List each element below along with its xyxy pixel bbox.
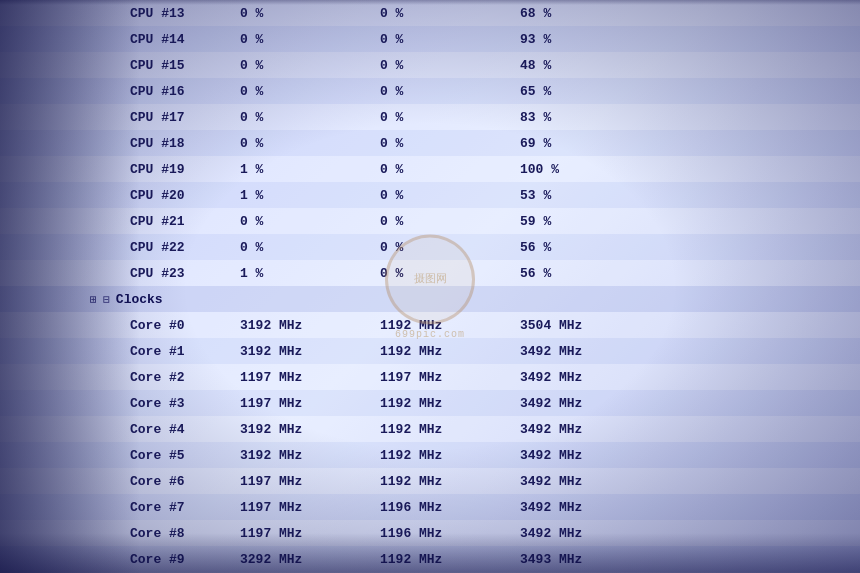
core-val1: 3192 MHz bbox=[240, 448, 380, 463]
watermark: 摄图网 699pic.com bbox=[385, 234, 475, 339]
table-row: Core #4 3192 MHz 1192 MHz 3492 MHz bbox=[0, 416, 860, 442]
watermark-inner: 摄图网 bbox=[414, 272, 447, 286]
core-val3: 3504 MHz bbox=[520, 318, 640, 333]
core-label: Core #1 bbox=[130, 344, 240, 359]
table-row: Core #1 3192 MHz 1192 MHz 3492 MHz bbox=[0, 338, 860, 364]
table-row: Core #6 1197 MHz 1192 MHz 3492 MHz bbox=[0, 468, 860, 494]
cpu-val3: 65 % bbox=[520, 84, 640, 99]
cpu-label: CPU #21 bbox=[130, 214, 240, 229]
core-val1: 1197 MHz bbox=[240, 396, 380, 411]
cpu-val3: 53 % bbox=[520, 188, 640, 203]
table-row: CPU #15 0 % 0 % 48 % bbox=[0, 52, 860, 78]
core-val1: 3192 MHz bbox=[240, 344, 380, 359]
watermark-site: 摄图网 bbox=[414, 272, 447, 286]
core-val2: 1196 MHz bbox=[380, 500, 520, 515]
core-val2: 1192 MHz bbox=[380, 474, 520, 489]
cpu-label: CPU #17 bbox=[130, 110, 240, 125]
cpu-val1: 0 % bbox=[240, 136, 380, 151]
core-label: Core #2 bbox=[130, 370, 240, 385]
cpu-label: CPU #20 bbox=[130, 188, 240, 203]
core-val1: 3192 MHz bbox=[240, 318, 380, 333]
cpu-label: CPU #16 bbox=[130, 84, 240, 99]
cpu-label: CPU #14 bbox=[130, 32, 240, 47]
cpu-val2: 0 % bbox=[380, 32, 520, 47]
cpu-val1: 1 % bbox=[240, 162, 380, 177]
table-row: CPU #20 1 % 0 % 53 % bbox=[0, 182, 860, 208]
cpu-val2: 0 % bbox=[380, 136, 520, 151]
table-row: CPU #17 0 % 0 % 83 % bbox=[0, 104, 860, 130]
cpu-val2: 0 % bbox=[380, 162, 520, 177]
cpu-label: CPU #19 bbox=[130, 162, 240, 177]
core-val3: 3492 MHz bbox=[520, 344, 640, 359]
cpu-val3: 68 % bbox=[520, 6, 640, 21]
core-val3: 3492 MHz bbox=[520, 370, 640, 385]
core-val3: 3492 MHz bbox=[520, 500, 640, 515]
cpu-val3: 59 % bbox=[520, 214, 640, 229]
core-val3: 3492 MHz bbox=[520, 448, 640, 463]
core-label: Core #0 bbox=[130, 318, 240, 333]
core-label: Core #5 bbox=[130, 448, 240, 463]
screen: CPU #13 0 % 0 % 68 % CPU #14 0 % 0 % 93 … bbox=[0, 0, 860, 573]
core-label: Core #3 bbox=[130, 396, 240, 411]
cpu-val2: 0 % bbox=[380, 6, 520, 21]
core-val2: 1192 MHz bbox=[380, 396, 520, 411]
core-label: Core #6 bbox=[130, 474, 240, 489]
cpu-val1: 0 % bbox=[240, 110, 380, 125]
cpu-val1: 0 % bbox=[240, 32, 380, 47]
table-row: Core #5 3192 MHz 1192 MHz 3492 MHz bbox=[0, 442, 860, 468]
table-row: CPU #14 0 % 0 % 93 % bbox=[0, 26, 860, 52]
core-val3: 3492 MHz bbox=[520, 396, 640, 411]
table-row: CPU #19 1 % 0 % 100 % bbox=[0, 156, 860, 182]
table-row: Core #7 1197 MHz 1196 MHz 3492 MHz bbox=[0, 494, 860, 520]
cpu-label: CPU #22 bbox=[130, 240, 240, 255]
cpu-val2: 0 % bbox=[380, 188, 520, 203]
core-val2: 1192 MHz bbox=[380, 448, 520, 463]
table-row: CPU #16 0 % 0 % 65 % bbox=[0, 78, 860, 104]
core-val3: 3492 MHz bbox=[520, 422, 640, 437]
cpu-val2: 0 % bbox=[380, 84, 520, 99]
cpu-val2: 0 % bbox=[380, 214, 520, 229]
cpu-val1: 0 % bbox=[240, 58, 380, 73]
table-row: CPU #18 0 % 0 % 69 % bbox=[0, 130, 860, 156]
cpu-label: CPU #15 bbox=[130, 58, 240, 73]
core-val1: 1197 MHz bbox=[240, 500, 380, 515]
cpu-val1: 0 % bbox=[240, 84, 380, 99]
table-row: Core #2 1197 MHz 1197 MHz 3492 MHz bbox=[0, 364, 860, 390]
cpu-val3: 69 % bbox=[520, 136, 640, 151]
cpu-label: CPU #23 bbox=[130, 266, 240, 281]
cpu-val1: 1 % bbox=[240, 188, 380, 203]
core-val1: 1197 MHz bbox=[240, 370, 380, 385]
table-row: Core #3 1197 MHz 1192 MHz 3492 MHz bbox=[0, 390, 860, 416]
core-label: Core #7 bbox=[130, 500, 240, 515]
cpu-val1: 1 % bbox=[240, 266, 380, 281]
cpu-val3: 83 % bbox=[520, 110, 640, 125]
cpu-val3: 100 % bbox=[520, 162, 640, 177]
watermark-circle: 摄图网 bbox=[385, 234, 475, 324]
cpu-label: CPU #13 bbox=[130, 6, 240, 21]
cpu-val3: 93 % bbox=[520, 32, 640, 47]
cpu-val3: 56 % bbox=[520, 266, 640, 281]
cpu-label: CPU #18 bbox=[130, 136, 240, 151]
core-val3: 3492 MHz bbox=[520, 474, 640, 489]
cpu-val3: 56 % bbox=[520, 240, 640, 255]
expand-icon: ⊞ ⊟ bbox=[90, 293, 110, 306]
core-label: Core #4 bbox=[130, 422, 240, 437]
watermark-code: 699pic.com bbox=[395, 328, 465, 339]
cpu-val2: 0 % bbox=[380, 110, 520, 125]
core-val1: 1197 MHz bbox=[240, 474, 380, 489]
core-val2: 1192 MHz bbox=[380, 422, 520, 437]
core-val2: 1192 MHz bbox=[380, 344, 520, 359]
cpu-val1: 0 % bbox=[240, 6, 380, 21]
cpu-val1: 0 % bbox=[240, 240, 380, 255]
cpu-val3: 48 % bbox=[520, 58, 640, 73]
core-val1: 3192 MHz bbox=[240, 422, 380, 437]
table-row: CPU #21 0 % 0 % 59 % bbox=[0, 208, 860, 234]
section-label: Clocks bbox=[116, 292, 163, 307]
cpu-val1: 0 % bbox=[240, 214, 380, 229]
core-val2: 1197 MHz bbox=[380, 370, 520, 385]
cpu-val2: 0 % bbox=[380, 58, 520, 73]
